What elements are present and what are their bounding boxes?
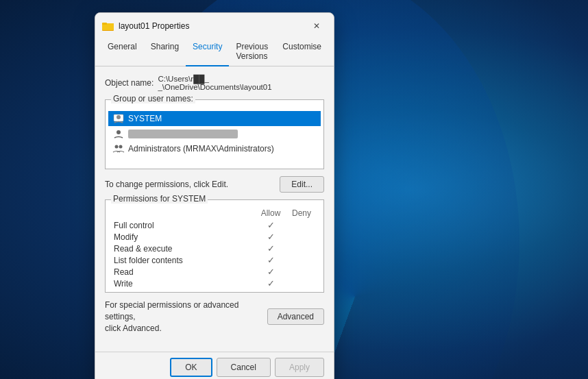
group-box-label: Group or user names:	[111, 94, 195, 103]
tab-previous-versions[interactable]: Previous Versions	[229, 38, 275, 66]
cancel-button[interactable]: Cancel	[217, 358, 271, 377]
user-list: SYSTEM	[108, 111, 321, 166]
perm-allow-read-execute: ✓	[254, 243, 288, 254]
svg-point-7	[115, 145, 119, 148]
perm-name-full-control: Full control	[114, 221, 254, 230]
tab-customise[interactable]: Customise	[275, 38, 328, 66]
tab-general[interactable]: General	[101, 38, 144, 66]
tab-security[interactable]: Security	[186, 38, 229, 66]
advanced-button[interactable]: Advanced	[267, 308, 324, 325]
perm-allow-write: ✓	[254, 278, 288, 289]
perm-allow-read: ✓	[254, 267, 288, 277]
user-name-administrators: Administrators (MRMAX\Administrators)	[128, 144, 274, 154]
perm-row-read-execute: Read & execute ✓	[108, 243, 321, 254]
apply-button[interactable]: Apply	[275, 358, 324, 377]
perm-header-deny: Deny	[288, 208, 315, 218]
edit-button[interactable]: Edit...	[280, 176, 324, 193]
object-name-value: C:\Users\r██_ _\OneDrive\Documents\layou…	[158, 75, 324, 91]
user-icon-blurred	[112, 128, 125, 139]
perm-row-write: Write ✓	[108, 278, 321, 289]
user-icon-administrators	[112, 143, 125, 154]
object-name-label: Object name:	[105, 78, 154, 88]
perm-allow-modify: ✓	[254, 232, 288, 242]
perm-row-modify: Modify ✓	[108, 231, 321, 243]
object-name-row: Object name: C:\Users\r██_ _\OneDrive\Do…	[105, 75, 324, 91]
properties-dialog: layout01 Properties ✕ General Sharing Se…	[95, 12, 334, 379]
perm-name-write: Write	[114, 279, 254, 289]
perm-row-read: Read ✓	[108, 266, 321, 278]
folder-icon	[102, 21, 114, 32]
svg-rect-3	[102, 23, 107, 25]
user-item-blurred[interactable]	[108, 126, 321, 141]
advanced-note-text: For special permissions or advanced sett…	[105, 299, 260, 334]
svg-point-5	[117, 115, 121, 119]
change-permissions-row: To change permissions, click Edit. Edit.…	[105, 176, 324, 193]
perm-name-read: Read	[114, 267, 254, 277]
perm-header-name	[114, 208, 254, 218]
perm-name-modify: Modify	[114, 232, 254, 242]
perm-header-allow: Allow	[254, 208, 288, 218]
permissions-header: Allow Deny	[108, 207, 321, 219]
user-item-system[interactable]: SYSTEM	[108, 111, 321, 126]
advanced-note-line1: For special permissions or advanced sett…	[105, 300, 238, 321]
svg-point-6	[117, 130, 121, 134]
perm-allow-list-folder: ✓	[254, 255, 288, 265]
user-icon-system	[112, 113, 125, 124]
group-user-box: Group or user names: SYSTEM	[105, 99, 324, 169]
dialog-content: Object name: C:\Users\r██_ _\OneDrive\Do…	[95, 66, 334, 352]
close-button[interactable]: ✕	[308, 19, 326, 34]
user-item-administrators[interactable]: Administrators (MRMAX\Administrators)	[108, 141, 321, 156]
dialog-title: layout01 Properties	[119, 21, 308, 31]
user-name-system: SYSTEM	[128, 114, 162, 123]
change-permissions-text: To change permissions, click Edit.	[105, 180, 228, 189]
dialog-buttons: OK Cancel Apply	[95, 352, 334, 379]
perm-allow-full-control: ✓	[254, 220, 288, 230]
permissions-label: Permissions for SYSTEM	[111, 194, 208, 204]
tab-sharing[interactable]: Sharing	[144, 38, 186, 66]
perm-name-read-execute: Read & execute	[114, 244, 254, 254]
permissions-group: Permissions for SYSTEM Allow Deny Full c…	[105, 199, 324, 293]
tab-bar: General Sharing Security Previous Versio…	[95, 38, 334, 66]
advanced-note-line2: click Advanced.	[105, 323, 162, 333]
perm-name-list-folder: List folder contents	[114, 256, 254, 265]
perm-row-full-control: Full control ✓	[108, 219, 321, 231]
svg-point-8	[119, 145, 123, 148]
advanced-note: For special permissions or advanced sett…	[105, 299, 324, 334]
perm-row-list-folder: List folder contents ✓	[108, 254, 321, 266]
user-name-blurred	[128, 130, 238, 138]
title-bar: layout01 Properties ✕	[95, 13, 334, 38]
ok-button[interactable]: OK	[170, 358, 212, 377]
